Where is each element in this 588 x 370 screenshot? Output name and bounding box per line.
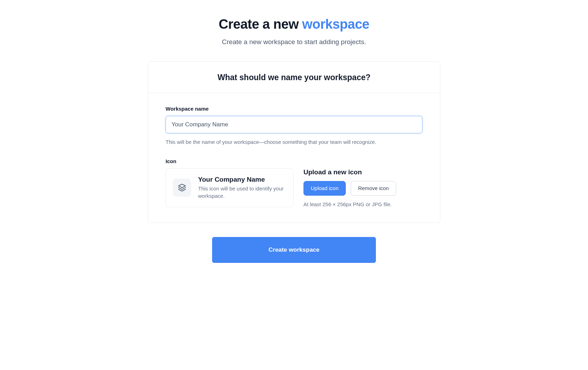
icon-preview-title: Your Company Name bbox=[198, 176, 286, 183]
icon-preview-card: Your Company Name This icon will be used… bbox=[166, 168, 294, 208]
card-header-title: What should we name your workspace? bbox=[166, 73, 422, 82]
workspace-name-input[interactable] bbox=[166, 116, 422, 133]
card-body: Workspace name This will be the name of … bbox=[148, 93, 440, 223]
icon-preview-desc: This icon will be used to identify your … bbox=[198, 185, 286, 200]
workspace-form-card: What should we name your workspace? Work… bbox=[148, 61, 440, 223]
icon-label: Icon bbox=[166, 158, 422, 164]
upload-section-title: Upload a new icon bbox=[303, 168, 422, 176]
create-workspace-button[interactable]: Create workspace bbox=[212, 237, 376, 263]
page-title-accent: workspace bbox=[302, 17, 369, 32]
svg-marker-0 bbox=[178, 184, 186, 188]
upload-hint: At least 256 × 256px PNG or JPG file. bbox=[303, 201, 422, 207]
page-subtitle: Create a new workspace to start adding p… bbox=[148, 38, 440, 46]
workspace-name-help: This will be the name of your workspace—… bbox=[166, 138, 422, 146]
page-title-prefix: Create a new bbox=[219, 17, 302, 32]
remove-icon-button[interactable]: Remove icon bbox=[351, 181, 396, 196]
card-header: What should we name your workspace? bbox=[148, 62, 440, 93]
layers-icon bbox=[173, 179, 191, 197]
upload-icon-button[interactable]: Upload icon bbox=[303, 181, 346, 196]
workspace-name-label: Workspace name bbox=[166, 106, 422, 112]
page-title: Create a new workspace bbox=[148, 17, 440, 32]
